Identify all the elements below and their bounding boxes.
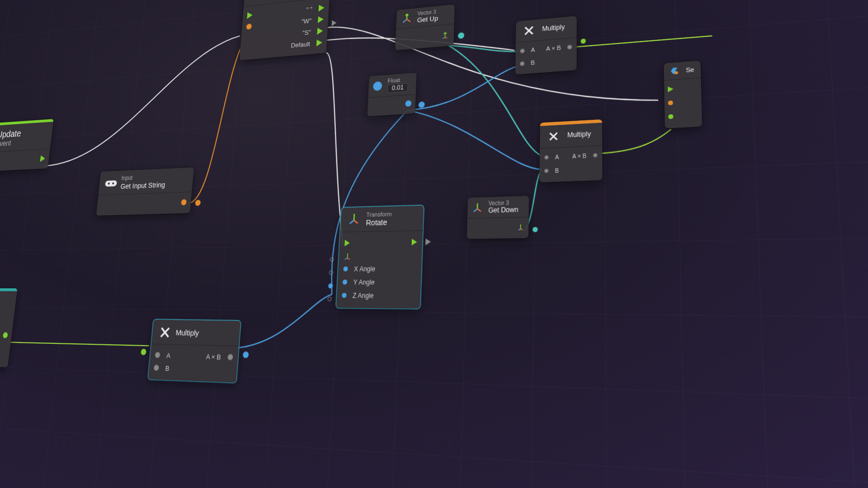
case-label: " " [306,5,312,13]
string-in-port[interactable] [246,23,252,30]
input-port-b[interactable] [520,61,525,66]
output-port[interactable] [181,199,187,206]
exec-in-icon[interactable] [344,239,350,246]
port-label: Z Angle [353,291,374,300]
port-label: A × B [206,352,221,361]
node-switch-on-string[interactable]: Switch On String " " "W" [239,0,331,61]
exec-arrow-icon [332,20,337,26]
input-port-a[interactable] [155,352,160,358]
exec-out-icon[interactable] [316,39,322,47]
input-port[interactable] [343,280,348,285]
canvas-grid [0,0,868,488]
case-label: "W" [302,17,312,25]
exec-out-icon[interactable] [318,16,324,23]
input-port[interactable] [342,293,347,298]
vector-out-icon[interactable] [441,31,448,39]
transform-port-icon[interactable] [344,252,352,260]
port-label: A [531,47,535,53]
input-port[interactable] [343,267,348,272]
port-label: A [166,351,171,359]
node-title: Get Input String [120,180,165,190]
node-input-get-string[interactable]: Input Get Input String [96,167,193,216]
output-port[interactable] [227,354,234,361]
input-port-a[interactable] [520,48,525,53]
exec-arrow-icon [425,239,431,245]
case-label: "S" [302,28,311,37]
exec-out-icon[interactable] [317,28,323,35]
port-label: X Angle [354,265,376,273]
port-label: Y Angle [353,278,375,286]
exec-out-icon[interactable] [319,5,325,12]
exec-out-icon[interactable] [40,155,45,162]
node-multiply[interactable]: Multiply A A × B B [148,319,241,382]
node-update-event[interactable]: Update Event [0,119,54,171]
input-port[interactable] [668,114,673,119]
port-label: B [531,59,535,66]
default-label: Default [291,40,310,49]
gamepad-icon [104,176,118,190]
output-port[interactable] [405,100,411,107]
port-label: B [165,364,170,372]
exec-out-icon[interactable] [411,239,417,245]
exec-in-icon[interactable] [247,12,253,19]
node-graph-canvas[interactable]: Update Event Input Get Input String [0,0,868,488]
input-port-b[interactable] [153,365,159,371]
output-port[interactable] [3,332,8,338]
node-subtitle: Event [0,139,20,148]
